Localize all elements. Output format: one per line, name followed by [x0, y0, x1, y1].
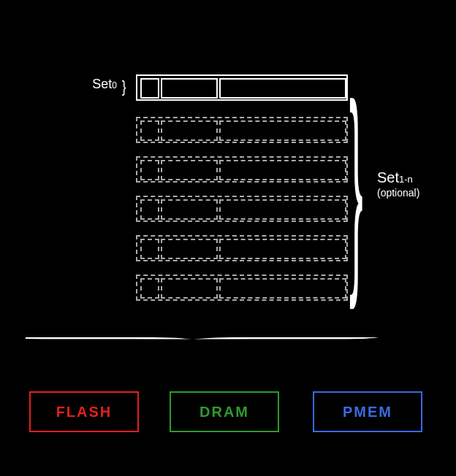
- set2-row: [136, 156, 348, 183]
- set2-cell-2: [219, 160, 346, 180]
- memory-dram-box: DRAM: [170, 391, 279, 432]
- set3-row: [136, 196, 348, 222]
- set3-cell-0: [140, 199, 159, 220]
- set0-cell-0: [140, 78, 159, 99]
- set1n-label-main: Set: [377, 169, 399, 185]
- memory-dram-label: DRAM: [200, 404, 249, 421]
- set4-cell-1: [161, 239, 218, 259]
- brace-set0: }: [122, 77, 126, 96]
- memory-pmem-label: PMEM: [343, 404, 392, 421]
- set5-cell-0: [140, 278, 159, 299]
- set0-label: Set0: [80, 77, 117, 92]
- set5-cell-1: [161, 278, 218, 299]
- memory-pmem-box: PMEM: [313, 391, 422, 432]
- set0-label-main: Set: [92, 77, 112, 91]
- set5-row: [136, 275, 348, 301]
- set1n-label-sub: 1-n: [399, 174, 413, 185]
- set2-cell-0: [140, 160, 159, 180]
- set0-label-sub: 0: [112, 80, 117, 91]
- set2-cell-1: [161, 160, 218, 180]
- set1-cell-0: [140, 120, 159, 141]
- set1n-optional: (optional): [377, 187, 419, 199]
- set4-cell-0: [140, 239, 159, 259]
- set5-cell-2: [219, 278, 346, 299]
- set0-cell-1: [161, 78, 218, 99]
- set1n-label: Set1-n: [377, 169, 413, 186]
- set1-row: [136, 117, 348, 143]
- brace-bottom-glyph: }: [213, 337, 243, 339]
- memory-flash-box: FLASH: [29, 391, 139, 432]
- set1-cell-1: [161, 120, 218, 141]
- set4-row: [136, 235, 348, 261]
- set4-cell-2: [219, 239, 346, 259]
- brace-bottom: }: [26, 337, 430, 339]
- set0-row: [136, 74, 348, 101]
- set3-cell-2: [219, 199, 346, 220]
- brace-right: }: [349, 71, 363, 297]
- set0-cell-2: [219, 78, 346, 99]
- set3-cell-1: [161, 199, 218, 220]
- memory-flash-label: FLASH: [56, 404, 113, 421]
- set1-cell-2: [219, 120, 346, 141]
